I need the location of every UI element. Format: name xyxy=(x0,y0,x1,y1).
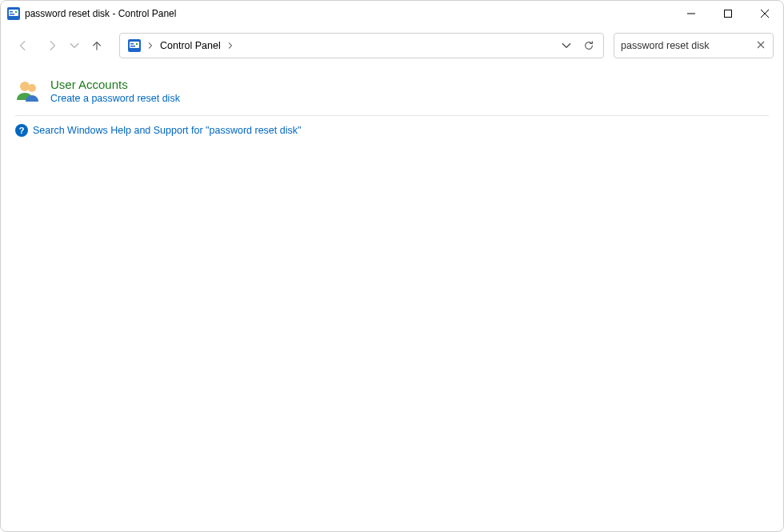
help-row: ? Search Windows Help and Support for "p… xyxy=(15,124,769,145)
svg-rect-12 xyxy=(130,46,135,47)
back-button[interactable] xyxy=(10,33,36,58)
navigation-toolbar: Control Panel xyxy=(1,26,783,65)
svg-rect-11 xyxy=(130,43,134,45)
search-box[interactable] xyxy=(614,33,774,58)
svg-point-16 xyxy=(20,82,30,91)
svg-rect-10 xyxy=(130,42,139,48)
search-help-link[interactable]: Search Windows Help and Support for "pas… xyxy=(33,125,301,136)
chevron-right-icon[interactable] xyxy=(146,42,155,50)
minimize-button[interactable] xyxy=(673,1,710,26)
maximize-button[interactable] xyxy=(710,1,746,26)
control-panel-icon xyxy=(7,7,20,20)
address-bar[interactable]: Control Panel xyxy=(119,33,604,58)
clear-search-button[interactable] xyxy=(754,40,768,51)
svg-point-4 xyxy=(15,11,17,13)
svg-rect-2 xyxy=(10,11,13,13)
window-title: password reset disk - Control Panel xyxy=(25,8,176,19)
titlebar: password reset disk - Control Panel xyxy=(1,1,783,26)
user-accounts-icon xyxy=(15,78,41,103)
address-dropdown-button[interactable] xyxy=(555,34,578,57)
result-link-create-password-reset-disk[interactable]: Create a password reset disk xyxy=(50,93,180,104)
search-input[interactable] xyxy=(619,39,749,52)
svg-rect-6 xyxy=(725,10,732,18)
svg-point-17 xyxy=(28,84,36,92)
breadcrumb-control-panel[interactable]: Control Panel xyxy=(155,38,226,53)
forward-button[interactable] xyxy=(39,33,65,58)
svg-rect-3 xyxy=(10,14,14,15)
chevron-right-icon[interactable] xyxy=(226,42,235,50)
content-area: User Accounts Create a password reset di… xyxy=(1,65,783,531)
help-icon: ? xyxy=(15,124,28,137)
divider xyxy=(15,115,769,116)
up-button[interactable] xyxy=(84,33,110,58)
refresh-button[interactable] xyxy=(578,34,600,57)
close-button[interactable] xyxy=(746,1,783,26)
search-result: User Accounts Create a password reset di… xyxy=(15,74,769,115)
recent-locations-button[interactable] xyxy=(68,33,81,58)
svg-point-13 xyxy=(136,43,138,45)
svg-rect-1 xyxy=(9,10,18,16)
window-controls xyxy=(673,1,783,26)
control-panel-window: password reset disk - Control Panel xyxy=(0,0,784,532)
result-category[interactable]: User Accounts xyxy=(50,78,180,91)
breadcrumb-root-icon[interactable] xyxy=(123,38,146,54)
